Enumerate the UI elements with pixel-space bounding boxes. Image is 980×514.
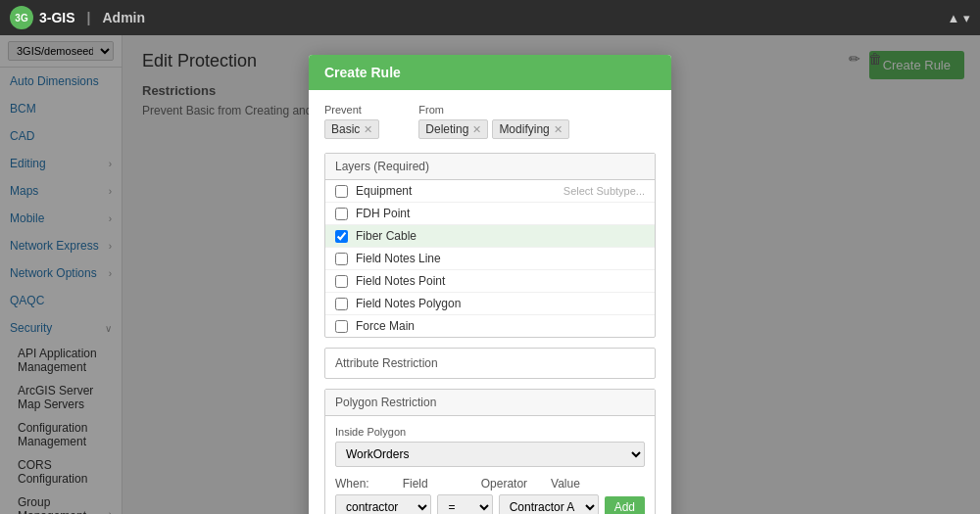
modal-body: Prevent Basic ✕ From (309, 90, 671, 514)
layer-item-field-notes-line: Field Notes Line (325, 248, 655, 270)
subtype-label: Select Subtype... (564, 185, 645, 197)
operator-select[interactable]: = (437, 494, 492, 514)
layer-label: Field Notes Line (356, 252, 441, 265)
topbar-divider: | (87, 10, 91, 25)
user-icon: ▲ ▾ (948, 11, 970, 25)
from-tag-deleting: Deleting ✕ (418, 119, 488, 139)
polygon-restriction-header: Polygon Restriction (325, 390, 655, 416)
tag-remove-icon[interactable]: ✕ (554, 123, 563, 136)
topbar-admin: Admin (103, 10, 146, 25)
workorders-select[interactable]: WorkOrders (335, 442, 645, 467)
prevent-label: Prevent (324, 104, 379, 116)
from-label: From (418, 104, 568, 116)
layer-item-fdh-point: FDH Point (325, 203, 655, 225)
layer-label: FDH Point (356, 207, 410, 220)
tag-remove-icon[interactable]: ✕ (364, 123, 372, 136)
tag-label: Deleting (425, 122, 468, 136)
layer-checkbox-field-notes-line[interactable] (335, 253, 348, 265)
layers-section-header: Layers (Required) (325, 154, 655, 180)
when-label: When: (335, 477, 369, 491)
topbar-user[interactable]: ▲ ▾ (948, 11, 970, 25)
tag-label: Modifying (499, 122, 549, 136)
when-row: When: Field Operator Value (335, 477, 645, 491)
attribute-restriction-section: Attribute Restriction (324, 348, 656, 379)
create-rule-modal: Create Rule Prevent Basic ✕ (309, 55, 671, 514)
add-button[interactable]: Add (605, 496, 645, 514)
prevent-tag-basic: Basic ✕ (324, 119, 379, 139)
layer-item-field-notes-point: Field Notes Point (325, 270, 655, 293)
tag-label: Basic (331, 122, 360, 136)
topbar: 3G 3-GIS | Admin ▲ ▾ (0, 0, 980, 35)
modal-header: Create Rule (309, 55, 671, 90)
attribute-restriction-label: Attribute Restriction (335, 356, 438, 370)
layer-item-force-main: Force Main (325, 315, 655, 337)
layers-list: Equipment Select Subtype... FDH Point Fi… (325, 180, 655, 337)
operator-col-header: Operator (481, 477, 527, 491)
layer-label: Force Main (356, 319, 415, 333)
topbar-logo: 3G 3-GIS | Admin (10, 6, 145, 29)
layer-checkbox-force-main[interactable] (335, 320, 348, 333)
from-col: From Deleting ✕ Modifying ✕ (418, 104, 568, 139)
modal-overlay: Create Rule Prevent Basic ✕ (122, 35, 980, 514)
layer-checkbox-fiber-cable[interactable] (335, 230, 348, 243)
topbar-right: ▲ ▾ (948, 11, 970, 25)
inside-polygon-label: Inside Polygon (335, 426, 645, 438)
layer-item-equipment: Equipment Select Subtype... (325, 180, 655, 203)
from-tag-modifying: Modifying ✕ (492, 119, 568, 139)
layer-label: Fiber Cable (356, 229, 416, 243)
prevent-tags: Basic ✕ (324, 119, 379, 139)
prevent-from-row: Prevent Basic ✕ From (324, 104, 656, 139)
prevent-col: Prevent Basic ✕ (324, 104, 379, 139)
layer-checkbox-field-notes-polygon[interactable] (335, 298, 348, 310)
field-col-header: Field (403, 477, 428, 491)
value-select[interactable]: Contractor A (499, 494, 599, 514)
value-col-header: Value (551, 477, 580, 491)
layer-checkbox-fdh-point[interactable] (335, 208, 348, 220)
modal-title: Create Rule (324, 65, 401, 80)
logo-icon: 3G (10, 6, 33, 29)
layer-item-field-notes-polygon: Field Notes Polygon (325, 293, 655, 315)
layer-label: Field Notes Polygon (356, 297, 461, 310)
layer-label: Field Notes Point (356, 274, 445, 288)
layers-section: Layers (Required) Equipment Select Subty… (324, 153, 656, 338)
main-content: Edit Protection Restrictions Prevent Bas… (122, 35, 980, 514)
layer-checkbox-field-notes-point[interactable] (335, 275, 348, 288)
logo-text: 3-GIS (39, 10, 75, 25)
field-operator-row: contractor = Contractor A Add (335, 494, 645, 514)
polygon-restriction-body: Inside Polygon WorkOrders When: Field Op… (325, 416, 655, 514)
field-select[interactable]: contractor (335, 494, 431, 514)
layer-label: Equipment (356, 184, 412, 198)
tag-remove-icon[interactable]: ✕ (472, 123, 481, 136)
layer-item-fiber-cable: Fiber Cable (325, 225, 655, 248)
from-tags: Deleting ✕ Modifying ✕ (418, 119, 568, 139)
layer-checkbox-equipment[interactable] (335, 185, 348, 198)
polygon-restriction-section: Polygon Restriction Inside Polygon WorkO… (324, 389, 656, 514)
